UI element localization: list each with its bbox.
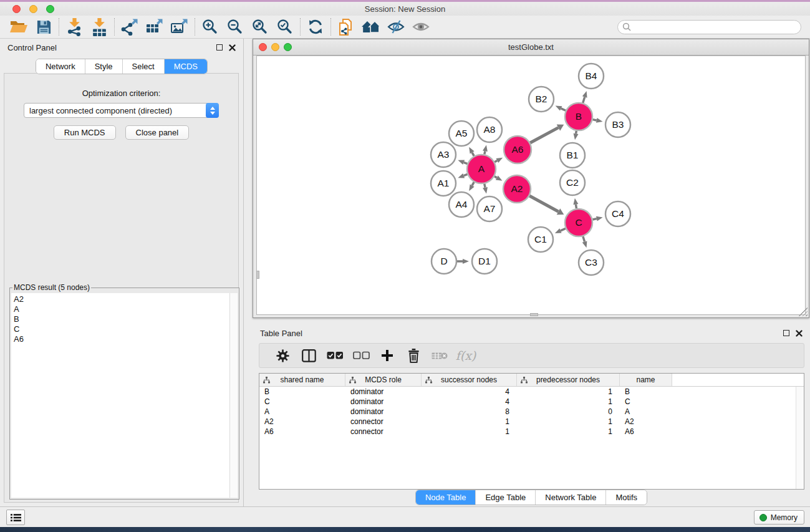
table-cell[interactable]: 1 xyxy=(517,417,620,427)
table-cell[interactable]: dominator xyxy=(345,397,422,407)
import-network-icon[interactable] xyxy=(62,17,87,37)
table-row[interactable]: A6connector11A6 xyxy=(259,427,804,437)
table-row[interactable]: Bdominator41B xyxy=(259,387,804,397)
table-cell[interactable] xyxy=(672,387,804,397)
add-column-icon[interactable] xyxy=(374,349,400,362)
hide-panels-icon[interactable] xyxy=(383,17,408,37)
table-cell[interactable]: A xyxy=(620,407,672,417)
delete-column-icon[interactable] xyxy=(400,349,427,363)
table-cell[interactable]: 4 xyxy=(422,387,517,397)
graph-edge[interactable] xyxy=(464,174,468,175)
graph-edge[interactable] xyxy=(485,184,485,188)
network-graph[interactable]: B4B2BB3A8A5A6A3B1AA1C2A2A4A7C4CC1C3DD1 xyxy=(257,56,806,316)
deselect-all-icon[interactable] xyxy=(348,351,374,360)
task-history-button[interactable] xyxy=(6,510,25,525)
table-cell[interactable]: connector xyxy=(345,427,422,437)
export-network-icon[interactable] xyxy=(117,17,142,37)
table-cell[interactable] xyxy=(672,427,804,437)
graph-edge[interactable] xyxy=(592,219,596,220)
minimize-window-button[interactable] xyxy=(29,5,37,13)
export-image-icon[interactable] xyxy=(167,17,192,37)
network-close-button[interactable] xyxy=(259,43,267,51)
graph-edge[interactable] xyxy=(583,97,585,103)
show-panels-icon[interactable] xyxy=(408,17,433,37)
table-cell[interactable]: C xyxy=(620,397,672,407)
zoom-fit-icon[interactable] xyxy=(248,17,272,37)
save-session-icon[interactable] xyxy=(31,17,56,37)
graph-edge[interactable] xyxy=(593,120,597,120)
mcds-result-item[interactable]: A xyxy=(14,304,229,314)
table-cell[interactable]: B xyxy=(259,387,345,397)
table-cell[interactable]: 1 xyxy=(517,387,620,397)
canvas-hscroll-nub[interactable] xyxy=(530,313,538,316)
table-cell[interactable]: 1 xyxy=(422,427,517,437)
column-header-successor-nodes[interactable]: successor nodes xyxy=(422,374,517,386)
refresh-icon[interactable] xyxy=(303,17,328,37)
table-cell[interactable]: 0 xyxy=(517,407,620,417)
tab-edge-table[interactable]: Edge Table xyxy=(476,490,536,505)
table-cell[interactable]: A2 xyxy=(620,417,672,427)
column-header-shared-name[interactable]: shared name xyxy=(259,374,345,386)
table-cell[interactable]: A2 xyxy=(259,417,345,427)
export-table-icon[interactable] xyxy=(142,17,167,37)
search-input[interactable] xyxy=(617,20,801,34)
table-cell[interactable]: 1 xyxy=(422,417,517,427)
network-minimize-button[interactable] xyxy=(271,43,279,51)
table-row[interactable]: Cdominator41C xyxy=(259,397,804,407)
graph-edge[interactable] xyxy=(583,236,585,242)
zoom-out-icon[interactable] xyxy=(223,17,248,37)
table-scrollbar[interactable] xyxy=(796,387,804,489)
select-all-icon[interactable] xyxy=(322,351,348,360)
table-cell[interactable]: A6 xyxy=(259,427,345,437)
table-cell[interactable]: connector xyxy=(345,417,422,427)
table-cell[interactable] xyxy=(672,397,804,407)
table-cell[interactable]: dominator xyxy=(345,387,422,397)
destroy-table-icon[interactable] xyxy=(427,351,453,360)
graph-edge[interactable] xyxy=(576,131,577,134)
tab-select[interactable]: Select xyxy=(123,59,165,74)
graph-edge[interactable] xyxy=(494,160,497,162)
graph-edge[interactable] xyxy=(561,109,566,110)
open-session-icon[interactable] xyxy=(6,17,31,37)
run-mcds-button[interactable]: Run MCDS xyxy=(54,125,116,140)
mcds-result-item[interactable]: C xyxy=(14,324,229,334)
float-panel-icon[interactable] xyxy=(216,44,223,51)
float-table-panel-icon[interactable] xyxy=(783,330,789,336)
close-panel-button[interactable]: Close panel xyxy=(125,125,190,140)
column-header-name[interactable]: name xyxy=(620,374,672,386)
graph-edge[interactable] xyxy=(472,182,474,186)
split-view-icon[interactable] xyxy=(296,349,322,362)
table-cell[interactable] xyxy=(672,407,804,417)
network-canvas[interactable]: B4B2BB3A8A5A6A3B1AA1C2A2A4A7C4CC1C3DD1 xyxy=(256,56,806,315)
table-row[interactable]: Adominator80A xyxy=(259,407,804,417)
table-cell[interactable]: 8 xyxy=(422,407,517,417)
table-cell[interactable]: dominator xyxy=(345,407,422,417)
network-window-titlebar[interactable]: testGlobe.txt xyxy=(253,39,809,56)
tab-motifs[interactable]: Motifs xyxy=(606,490,647,505)
table-cell[interactable]: 1 xyxy=(517,397,620,407)
graph-edge[interactable] xyxy=(561,228,566,231)
tab-node-table[interactable]: Node Table xyxy=(416,490,476,505)
zoom-in-icon[interactable] xyxy=(198,17,223,37)
canvas-vscroll-nub[interactable] xyxy=(256,271,259,279)
mcds-result-item[interactable]: A2 xyxy=(14,294,229,304)
close-table-panel-icon[interactable] xyxy=(796,330,803,337)
criterion-dropdown[interactable]: largest connected component (directed) xyxy=(24,103,219,118)
mcds-result-item[interactable]: A6 xyxy=(14,334,229,344)
result-scrollbar[interactable] xyxy=(229,293,238,498)
table-cell[interactable]: B xyxy=(620,387,672,397)
mcds-result-item[interactable]: B xyxy=(14,314,229,324)
tab-style[interactable]: Style xyxy=(85,59,123,74)
graph-edge[interactable] xyxy=(529,196,558,211)
graph-edge[interactable] xyxy=(576,205,576,209)
graph-edge[interactable] xyxy=(530,128,558,143)
zoom-selected-icon[interactable] xyxy=(272,17,297,37)
import-table-icon[interactable] xyxy=(87,17,112,37)
table-cell[interactable]: A xyxy=(259,407,345,417)
home-icon[interactable] xyxy=(359,17,383,37)
table-cell[interactable]: A6 xyxy=(620,427,672,437)
column-header-predecessor-nodes[interactable]: predecessor nodes xyxy=(517,374,620,386)
close-panel-icon[interactable] xyxy=(229,44,236,51)
table-row[interactable]: A2connector11A2 xyxy=(259,417,804,427)
function-builder-icon[interactable]: f(x) xyxy=(453,349,479,362)
